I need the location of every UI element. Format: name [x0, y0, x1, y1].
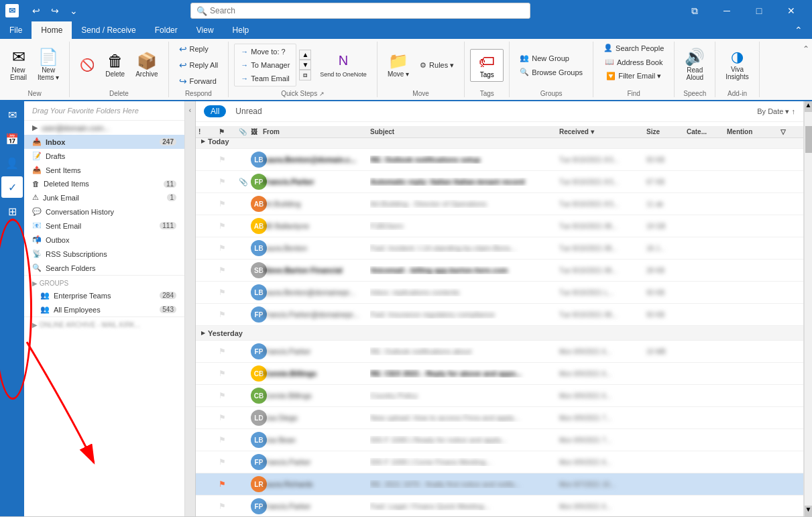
viva-insights-button[interactable]: ◑ VivaInsights — [721, 46, 753, 84]
rules-button[interactable]: ⚙ Rules ▾ — [415, 59, 459, 72]
sidebar-folder-junk[interactable]: ⚠ Junk Email 1 — [24, 190, 184, 205]
close-button[interactable]: ✕ — [776, 0, 807, 21]
nav-tasks[interactable]: ✓ — [1, 176, 23, 198]
email-row[interactable]: ⚑ SB Steve.Barton Financial Voicemail - … — [196, 260, 803, 282]
filter-email-button[interactable]: 🔽 Filter Email ▾ — [601, 70, 666, 82]
scroll-track[interactable] — [805, 112, 812, 506]
scroll-up[interactable]: ▲ — [805, 101, 812, 112]
sidebar-group-enterprise[interactable]: 👥 Enterprise Teams 284 — [24, 288, 184, 302]
scrollbar[interactable]: ▲ ▼ — [804, 101, 812, 516]
email-flag[interactable]: ⚑ — [219, 155, 239, 164]
col-filter[interactable]: ▽ — [780, 128, 801, 135]
col-received[interactable]: Received ▾ — [559, 128, 646, 135]
email-flag[interactable]: ⚑ — [219, 413, 239, 422]
new-items-button[interactable]: 📄 NewItems ▾ — [33, 46, 64, 84]
email-flag[interactable]: ⚑ — [219, 369, 239, 378]
archive-button[interactable]: 📦 Archive — [131, 50, 162, 81]
email-flag[interactable]: ⚑ — [219, 243, 239, 253]
undo-button[interactable]: ↩ — [28, 3, 44, 19]
tab-send-receive[interactable]: Send / Receive — [72, 21, 145, 39]
email-row[interactable]: ⚑ AB AB Ballantyne F1BCkern Tue 8/10/202… — [196, 215, 803, 237]
col-category[interactable]: Cate... — [687, 128, 727, 135]
email-row[interactable]: ⚑ LB Laura.Benton Fwd: Incident: I-14-st… — [196, 237, 803, 260]
email-row[interactable]: ⚑ LB Lisa Bean 555 F 1000 | Ready for no… — [196, 429, 803, 451]
email-flag[interactable]: ⚑ — [219, 177, 239, 186]
email-row[interactable]: ⚑ LB Laura.Benton@domainepr... Inbox: re… — [196, 282, 803, 304]
email-flag[interactable]: ⚑ — [219, 435, 239, 445]
email-row[interactable]: ⚑ CB Connie.Billings Country Policy Mon … — [196, 385, 803, 407]
sidebar-folder-search[interactable]: 🔍 Search Folders — [24, 261, 184, 275]
email-flag[interactable]: ⚑ — [219, 221, 239, 231]
tags-button[interactable]: 🏷 Tags — [470, 49, 504, 82]
sidebar-collapse-button[interactable]: ‹ — [185, 101, 196, 516]
read-aloud-button[interactable]: 🔊 ReadAloud — [680, 46, 709, 84]
maximize-button[interactable]: □ — [744, 0, 774, 21]
tab-unread[interactable]: Unread — [229, 105, 268, 117]
sidebar-folder-inbox[interactable]: 📥 Inbox 247 — [24, 135, 184, 149]
col-from[interactable]: From — [263, 128, 370, 135]
email-row[interactable]: ⚑ 📎 FP Francis.Parker Automatic reply: I… — [196, 171, 803, 193]
email-row[interactable]: ⚑ FP Francis.Parker@domainepr... Fwd: In… — [196, 304, 803, 326]
email-flag[interactable]: ⚑ — [219, 310, 239, 319]
settings-button[interactable]: ⧉ — [679, 0, 710, 21]
quick-steps-expand[interactable]: ⧈ — [299, 70, 311, 80]
customize-qa-button[interactable]: ⌄ — [66, 3, 82, 19]
browse-groups-button[interactable]: 🔍 Browse Groups — [515, 66, 587, 78]
email-row[interactable]: ⚑ FP Francis.Parker 555 F 1000 | Come Fi… — [196, 451, 803, 473]
email-row[interactable]: ⚑ FP Francis.Parker RE: Outlook notifica… — [196, 341, 803, 363]
sidebar-folder-deleted[interactable]: 🗑 Deleted Items 11 — [24, 177, 184, 190]
col-subject[interactable]: Subject — [370, 128, 559, 135]
tab-view[interactable]: View — [187, 21, 223, 39]
sidebar-group-employees[interactable]: 👥 All Employees 543 — [24, 302, 184, 317]
nav-people[interactable]: 👤 — [1, 152, 23, 174]
sidebar-folder-outbox[interactable]: 📬 Outbox — [24, 233, 184, 247]
sidebar-user-account[interactable]: ▶ user@domain.com... — [24, 121, 184, 135]
quick-steps-down[interactable]: ▼ — [299, 60, 311, 70]
tab-file[interactable]: File — [0, 21, 32, 39]
sidebar-folder-rss[interactable]: 📡 RSS Subscriptions — [24, 247, 184, 261]
email-flag[interactable]: ⚑ — [219, 502, 239, 511]
tab-home[interactable]: Home — [32, 21, 72, 39]
address-book-button[interactable]: 📖 Address Book — [600, 56, 667, 68]
email-row[interactable]: ⚑ CB Connie.Billings RE: CEO 2021 - Repl… — [196, 363, 803, 385]
col-size[interactable]: Size — [646, 128, 687, 135]
quick-steps-up[interactable]: ▲ — [299, 50, 311, 60]
email-row[interactable]: ⚑ LD Lisa Diego New upload: How to acces… — [196, 407, 803, 429]
team-email-button[interactable]: → Team Email — [236, 72, 294, 84]
delete-button[interactable]: 🗑 Delete — [101, 50, 129, 81]
email-flag[interactable]: ⚑ — [219, 266, 239, 275]
tab-folder[interactable]: Folder — [146, 21, 187, 39]
sidebar-folder-conv-history[interactable]: 💬 Conversation History — [24, 205, 184, 219]
col-mention[interactable]: Mention — [727, 128, 780, 135]
search-input[interactable] — [210, 6, 524, 15]
move-to-button[interactable]: → Move to: ? — [236, 46, 294, 58]
email-row[interactable]: ⚑ LB Laura.Benton@domain.c... RE: Outloo… — [196, 149, 803, 171]
ignore-button[interactable]: 🚫 — [75, 54, 99, 76]
move-button[interactable]: 📁 Move ▾ — [383, 50, 414, 81]
redo-button[interactable]: ↪ — [47, 3, 63, 19]
tab-help[interactable]: Help — [223, 21, 259, 39]
email-row[interactable]: ⚑ LR Laura.Richards RE: 2021 1970 - fina… — [196, 473, 803, 496]
email-flag[interactable]: ⚑ — [219, 199, 239, 209]
scroll-down[interactable]: ▼ — [805, 506, 812, 516]
send-onenote-button[interactable]: N Send to OneNote — [315, 51, 371, 80]
ribbon-collapse-button[interactable]: ⌃ — [791, 22, 807, 38]
sort-by-date[interactable]: By Date ▾ ↑ — [757, 107, 795, 116]
to-manager-button[interactable]: → To Manager — [236, 59, 294, 71]
sidebar-folder-sent-email[interactable]: 📧 Sent Email 111 — [24, 219, 184, 233]
new-email-button[interactable]: ✉ NewEmail — [5, 46, 32, 84]
nav-apps[interactable]: ⊞ — [1, 200, 23, 222]
email-flag[interactable]: ⚑ — [219, 347, 239, 356]
email-row[interactable]: ⚑ FP Francis.Parker Fwd: Legal / Finans … — [196, 496, 803, 516]
nav-calendar[interactable]: 📅 — [1, 128, 23, 150]
scroll-thumb[interactable] — [805, 126, 812, 153]
sidebar-folder-drafts[interactable]: 📝 Drafts — [24, 149, 184, 163]
tab-all[interactable]: All — [204, 105, 226, 117]
email-flag[interactable]: ⚑ — [219, 391, 239, 400]
search-people-button[interactable]: 👤 Search People — [599, 42, 669, 54]
email-flag[interactable]: ⚑ — [219, 457, 239, 467]
email-flag[interactable]: ⚑ — [219, 288, 239, 297]
email-row[interactable]: ⚑ AB Art.Building Art.Building - Directo… — [196, 193, 803, 215]
reply-button[interactable]: ↩ Reply — [174, 42, 223, 56]
sidebar-folder-sent[interactable]: 📤 Sent Items — [24, 163, 184, 177]
